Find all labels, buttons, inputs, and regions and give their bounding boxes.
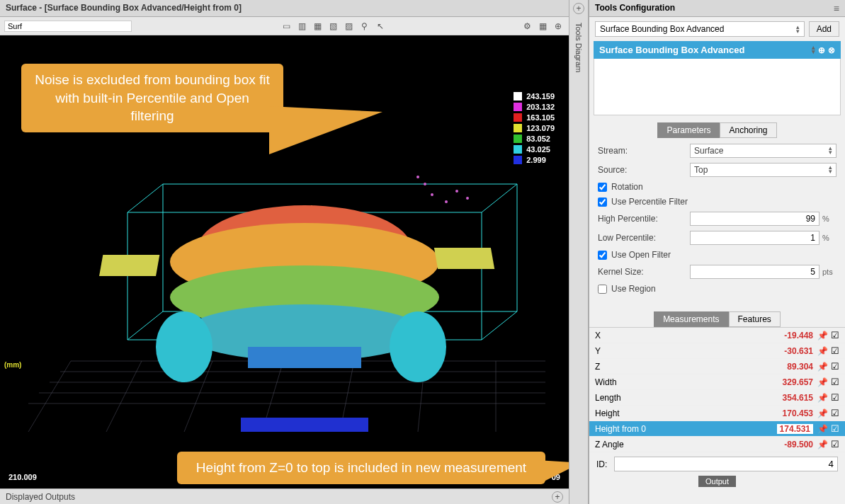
tools-diagram-sidebar[interactable]: + Tools Diagram — [569, 0, 589, 504]
legend-value: 2.999 — [526, 156, 546, 164]
rotation-checkbox[interactable] — [598, 183, 607, 192]
viewer-toolbar: ▭ ▥ ▦ ▧ ▨ ⚲ ↖ ⚙ ▦ ⊕ — [0, 17, 569, 35]
zoom-icon[interactable]: ⚲ — [358, 20, 371, 33]
param-tabs: Parameters Anchoring — [589, 122, 845, 138]
measurement-row[interactable]: Height170.453📌☑ — [589, 406, 845, 421]
pin-icon[interactable]: 📌 — [817, 440, 828, 449]
pin-icon[interactable]: 📌 — [817, 346, 828, 356]
view-mode-icon-4[interactable]: ▧ — [327, 20, 340, 33]
legend-swatch — [514, 156, 522, 164]
measurement-label: Height — [595, 408, 783, 418]
view-mode-icon-2[interactable]: ▥ — [296, 20, 309, 33]
measurement-row[interactable]: Y-30.631📌☑ — [589, 343, 845, 359]
source-value: Top — [694, 165, 708, 175]
color-legend: 243.159 203.132 163.105 123.079 83.052 4… — [514, 92, 555, 164]
tool-select-dropdown[interactable]: Surface Bounding Box Advanced ▴▾ — [595, 21, 805, 37]
pointer-icon[interactable]: ↖ — [374, 20, 387, 33]
tab-measurements[interactable]: Measurements — [654, 311, 728, 327]
measurement-row[interactable]: Height from 0174.531📌☑ — [589, 421, 845, 437]
pin-icon[interactable]: 📌 — [817, 393, 828, 403]
measurement-value: 170.453 — [783, 408, 813, 418]
measurement-value: 174.531 — [777, 424, 813, 434]
measurement-label: Width — [595, 377, 783, 387]
svg-rect-22 — [434, 248, 494, 269]
settings-icon[interactable]: ▦ — [536, 20, 549, 33]
svg-point-28 — [390, 311, 446, 382]
measurement-enable-checkbox[interactable]: ☑ — [831, 330, 839, 340]
legend-swatch — [514, 134, 522, 143]
low-percentile-input[interactable] — [690, 231, 820, 245]
stream-label: Stream: — [598, 146, 690, 156]
measurement-enable-checkbox[interactable]: ☑ — [831, 439, 839, 449]
use-region-checkbox[interactable] — [598, 285, 607, 294]
tool-header-bar[interactable]: Surface Bounding Box Advanced ▴▾ ⊕ ⊗ — [594, 41, 841, 59]
measurement-enable-checkbox[interactable]: ☑ — [831, 408, 839, 418]
tool-reorder-icon[interactable]: ▴▾ — [812, 45, 815, 55]
legend-value: 243.159 — [526, 92, 555, 101]
percentile-filter-checkbox[interactable] — [598, 197, 607, 207]
tool-duplicate-icon[interactable]: ⊕ — [818, 45, 825, 55]
tool-header-title: Surface Bounding Box Advanced — [599, 45, 744, 55]
pin-icon[interactable]: 📌 — [817, 424, 828, 434]
svg-point-29 — [416, 176, 419, 178]
tool-list-area — [594, 59, 841, 115]
source-label: Source: — [598, 165, 690, 175]
measurement-label: X — [595, 331, 784, 340]
pin-icon[interactable]: 📌 — [817, 362, 828, 372]
high-percentile-input[interactable] — [690, 212, 820, 226]
id-input[interactable] — [614, 457, 838, 471]
surface-dropdown[interactable] — [4, 21, 132, 32]
tab-features[interactable]: Features — [729, 311, 781, 327]
stream-value: Surface — [694, 146, 723, 156]
add-tool-button[interactable]: Add — [809, 21, 839, 37]
pin-icon[interactable]: 📌 — [817, 377, 828, 387]
legend-value: 123.079 — [526, 124, 555, 132]
add-view-icon[interactable]: ⊕ — [552, 20, 565, 33]
tab-parameters[interactable]: Parameters — [657, 122, 720, 138]
measurement-enable-checkbox[interactable]: ☑ — [831, 361, 839, 372]
measurement-label: Y — [595, 346, 784, 356]
svg-line-16 — [482, 311, 517, 340]
tool-remove-icon[interactable]: ⊗ — [828, 45, 835, 55]
output-tab[interactable]: Output — [698, 476, 736, 487]
dropdown-arrows-icon: ▴▾ — [796, 25, 800, 34]
svg-rect-25 — [248, 347, 361, 368]
measurement-row[interactable]: Length354.615📌☑ — [589, 390, 845, 406]
legend-swatch — [514, 92, 522, 101]
link-icon[interactable]: ⚙ — [521, 20, 533, 33]
measurement-row[interactable]: Z Angle-89.500📌☑ — [589, 437, 845, 452]
svg-point-30 — [424, 183, 426, 185]
legend-swatch — [514, 113, 522, 122]
view-mode-icon-3[interactable]: ▦ — [312, 20, 324, 33]
low-percentile-label: Low Percentile: — [598, 233, 690, 243]
measurement-row[interactable]: Width329.657📌☑ — [589, 374, 845, 390]
tool-select-value: Surface Bounding Box Advanced — [600, 24, 724, 34]
measurement-row[interactable]: Z89.304📌☑ — [589, 359, 845, 374]
legend-swatch — [514, 103, 522, 111]
panel-menu-icon[interactable]: ≡ — [834, 3, 839, 13]
3d-viewer[interactable]: 243.159 203.132 163.105 123.079 83.052 4… — [0, 35, 569, 488]
measurement-enable-checkbox[interactable]: ☑ — [831, 377, 839, 387]
pin-icon[interactable]: 📌 — [817, 408, 828, 418]
tools-diagram-label: Tools Diagram — [574, 23, 583, 72]
legend-value: 163.105 — [526, 113, 555, 122]
expand-diagram-button[interactable]: + — [573, 3, 584, 14]
view-mode-icon-1[interactable]: ▭ — [280, 20, 293, 33]
view-mode-icon-5[interactable]: ▨ — [343, 20, 356, 33]
svg-point-31 — [431, 193, 433, 196]
stream-select[interactable]: Surface▴▾ — [690, 144, 837, 158]
open-filter-checkbox[interactable] — [598, 251, 607, 260]
tab-anchoring[interactable]: Anchoring — [720, 122, 776, 138]
kernel-size-input[interactable] — [690, 265, 820, 279]
svg-line-15 — [482, 184, 517, 212]
legend-swatch — [514, 145, 522, 154]
measurement-value: -89.500 — [784, 440, 813, 449]
measurement-row[interactable]: X-19.448📌☑ — [589, 328, 845, 343]
measurement-enable-checkbox[interactable]: ☑ — [831, 345, 839, 356]
add-output-button[interactable]: + — [552, 491, 563, 503]
measurement-enable-checkbox[interactable]: ☑ — [831, 423, 839, 434]
measurement-enable-checkbox[interactable]: ☑ — [831, 392, 839, 403]
measurement-value: 329.657 — [783, 377, 813, 387]
pin-icon[interactable]: 📌 — [817, 331, 828, 340]
source-select[interactable]: Top▴▾ — [690, 163, 837, 177]
